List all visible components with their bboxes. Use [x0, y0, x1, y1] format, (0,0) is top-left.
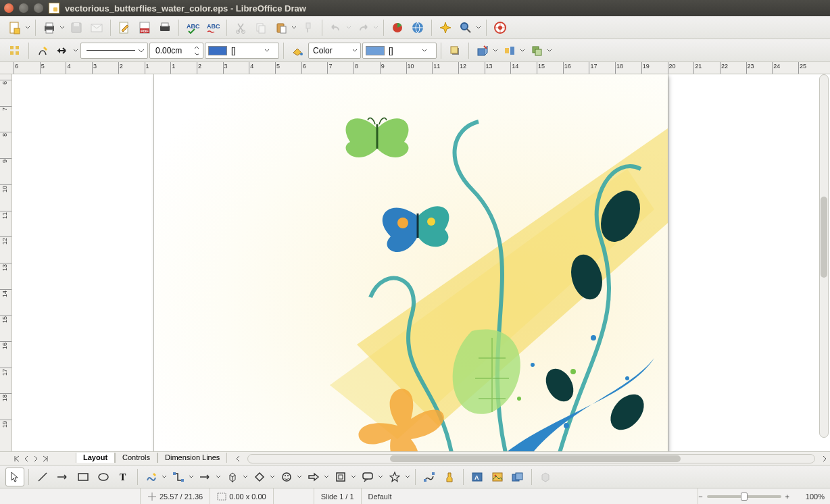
- print-direct-button[interactable]: [155, 18, 174, 37]
- tab-next-button[interactable]: [31, 453, 41, 464]
- 3d-objects-dropdown[interactable]: [242, 474, 249, 480]
- zoom-value[interactable]: 100%: [798, 493, 825, 501]
- window-close-button[interactable]: [4, 3, 14, 13]
- zoom-track[interactable]: [707, 495, 781, 498]
- curve-tool[interactable]: [142, 468, 161, 486]
- redo-dropdown[interactable]: [372, 25, 379, 30]
- edit-file-button[interactable]: [115, 18, 134, 37]
- block-arrows-dropdown[interactable]: [323, 474, 330, 480]
- effects-dropdown[interactable]: [492, 48, 499, 53]
- tab-dimension-lines[interactable]: Dimension Lines: [157, 453, 227, 463]
- effects-button[interactable]: [473, 41, 492, 60]
- gallery-tool[interactable]: [508, 468, 527, 486]
- stars-dropdown[interactable]: [404, 474, 411, 480]
- arrange-dropdown[interactable]: [546, 48, 553, 53]
- horizontal-ruler[interactable]: 6543211234567891011121314151617181920212…: [0, 62, 830, 74]
- paste-dropdown[interactable]: [291, 25, 297, 30]
- horizontal-scrollbar[interactable]: [247, 454, 815, 463]
- page[interactable]: PATH: [154, 74, 668, 451]
- lines-arrows-dropdown[interactable]: [215, 474, 222, 480]
- paste-button[interactable]: [272, 18, 291, 37]
- undo-button[interactable]: [326, 18, 345, 37]
- basic-shapes-tool[interactable]: [250, 468, 269, 486]
- fill-type-combo[interactable]: Color: [308, 43, 361, 59]
- spellcheck-button[interactable]: ABC: [183, 18, 202, 37]
- tab-prev-button[interactable]: [22, 453, 31, 464]
- line-width-down[interactable]: [192, 51, 201, 57]
- vertical-ruler[interactable]: 678910111213141516171819: [0, 74, 12, 451]
- tab-layout[interactable]: Layout: [76, 453, 115, 463]
- save-button[interactable]: [67, 18, 86, 37]
- chart-button[interactable]: [388, 18, 407, 37]
- format-paintbrush-button[interactable]: [299, 18, 318, 37]
- glue-points-tool[interactable]: [440, 468, 459, 486]
- tab-controls[interactable]: Controls: [115, 453, 157, 463]
- horizontal-scrollbar-thumb[interactable]: [390, 455, 681, 462]
- window-maximize-button[interactable]: [34, 3, 43, 13]
- arrow-style-dropdown[interactable]: [72, 48, 79, 53]
- print-button[interactable]: [40, 18, 59, 37]
- window-minimize-button[interactable]: [19, 3, 28, 13]
- line-width-up[interactable]: [192, 44, 201, 51]
- vertical-scrollbar[interactable]: [819, 74, 829, 438]
- from-file-tool[interactable]: [488, 468, 507, 486]
- cut-button[interactable]: [231, 18, 250, 37]
- tab-first-button[interactable]: [12, 453, 22, 464]
- flowchart-tool[interactable]: [331, 468, 350, 486]
- new-button[interactable]: [5, 18, 24, 37]
- zoom-button[interactable]: [456, 18, 475, 37]
- export-pdf-button[interactable]: PDF: [135, 18, 154, 37]
- fill-color-combo[interactable]: []: [362, 43, 437, 59]
- help-button[interactable]: [491, 18, 510, 37]
- symbol-shapes-dropdown[interactable]: [296, 474, 303, 480]
- block-arrows-tool[interactable]: [304, 468, 323, 486]
- area-fill-button[interactable]: [288, 41, 307, 60]
- line-width-input[interactable]: [154, 45, 189, 56]
- extrusion-toggle[interactable]: [536, 468, 555, 486]
- navigator-button[interactable]: [436, 18, 455, 37]
- alignment-button[interactable]: [500, 41, 519, 60]
- tab-last-button[interactable]: [41, 453, 50, 464]
- ellipse-tool[interactable]: [94, 468, 113, 486]
- zoom-out-button[interactable]: −: [698, 493, 702, 501]
- curve-dropdown[interactable]: [161, 474, 168, 480]
- fontwork-tool[interactable]: A: [468, 468, 487, 486]
- line-pattern-combo[interactable]: [80, 43, 148, 59]
- new-dropdown[interactable]: [24, 25, 31, 30]
- print-dropdown[interactable]: [59, 25, 66, 30]
- arrow-style-button[interactable]: [53, 41, 72, 60]
- edit-points-tool[interactable]: [420, 468, 439, 486]
- stars-tool[interactable]: [385, 468, 404, 486]
- callouts-tool[interactable]: [358, 468, 377, 486]
- basic-shapes-dropdown[interactable]: [269, 474, 276, 480]
- alignment-dropdown[interactable]: [519, 48, 526, 53]
- zoom-slider[interactable]: − + 100%: [698, 493, 825, 501]
- hscroll-left-button[interactable]: [233, 453, 243, 464]
- connector-dropdown[interactable]: [188, 474, 195, 480]
- line-width-spinner[interactable]: [149, 43, 203, 59]
- zoom-dropdown[interactable]: [475, 25, 482, 30]
- zoom-knob[interactable]: [741, 493, 748, 501]
- shadow-button[interactable]: [445, 41, 464, 60]
- callouts-dropdown[interactable]: [377, 474, 384, 480]
- display-grid-button[interactable]: [5, 41, 24, 60]
- select-tool[interactable]: [5, 468, 24, 486]
- email-button[interactable]: [87, 18, 106, 37]
- auto-spellcheck-button[interactable]: ABC: [203, 18, 222, 37]
- rectangle-tool[interactable]: [74, 468, 93, 486]
- line-color-combo[interactable]: []: [205, 43, 279, 59]
- text-tool[interactable]: T: [114, 468, 133, 486]
- connector-tool[interactable]: [169, 468, 188, 486]
- vertical-scrollbar-thumb[interactable]: [821, 197, 827, 278]
- zoom-in-button[interactable]: +: [785, 493, 789, 501]
- 3d-objects-tool[interactable]: [223, 468, 242, 486]
- arrow-line-tool[interactable]: [53, 468, 72, 486]
- hscroll-right-button[interactable]: [819, 453, 830, 464]
- undo-dropdown[interactable]: [345, 25, 352, 30]
- arrange-button[interactable]: [527, 41, 546, 60]
- line-style-button[interactable]: [33, 41, 52, 60]
- copy-button[interactable]: [251, 18, 270, 37]
- canvas-area[interactable]: PATH: [12, 74, 830, 451]
- line-tool[interactable]: [33, 468, 52, 486]
- symbol-shapes-tool[interactable]: [277, 468, 296, 486]
